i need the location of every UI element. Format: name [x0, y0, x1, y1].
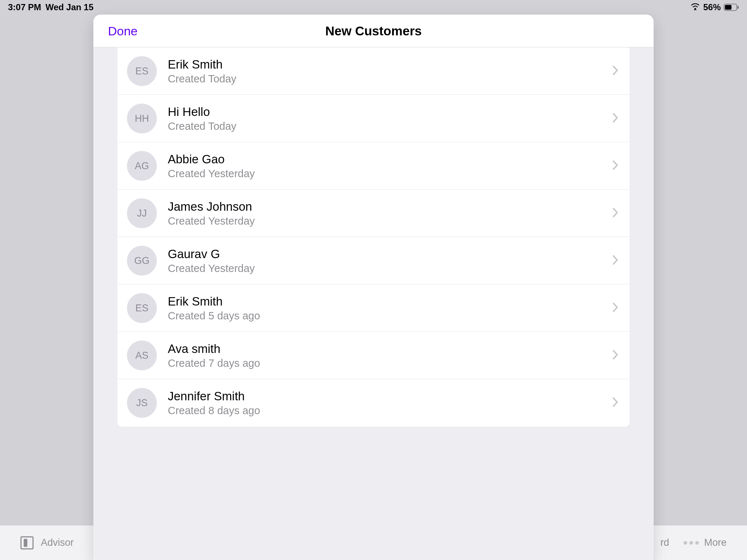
customer-created: Created Today	[168, 120, 612, 132]
customer-info: Erik SmithCreated 5 days ago	[168, 295, 612, 322]
modal-body: ESErik SmithCreated TodayHHHi HelloCreat…	[93, 47, 654, 560]
svg-rect-3	[738, 6, 739, 9]
battery-percent: 56%	[703, 2, 721, 12]
customer-created: Created Yesterday	[168, 168, 612, 180]
customer-row[interactable]: ESErik SmithCreated 5 days ago	[117, 284, 630, 332]
chevron-right-icon	[612, 302, 619, 314]
customer-info: Abbie GaoCreated Yesterday	[168, 152, 612, 180]
customer-row[interactable]: GGGaurav GCreated Yesterday	[117, 237, 630, 284]
customer-list: ESErik SmithCreated TodayHHHi HelloCreat…	[117, 47, 630, 427]
svg-point-0	[694, 8, 696, 9]
customer-info: Erik SmithCreated Today	[168, 58, 612, 85]
chevron-right-icon	[612, 160, 619, 172]
avatar: HH	[127, 104, 157, 133]
customer-row[interactable]: JJJames JohnsonCreated Yesterday	[117, 190, 630, 237]
more-label: More	[704, 537, 727, 548]
battery-icon	[724, 4, 739, 11]
avatar: AS	[127, 341, 157, 370]
customer-name: James Johnson	[168, 200, 612, 214]
customer-created: Created 7 days ago	[168, 357, 612, 369]
avatar: GG	[127, 246, 157, 276]
chevron-right-icon	[612, 112, 619, 125]
svg-rect-2	[725, 5, 732, 10]
customer-created: Created 8 days ago	[168, 405, 612, 417]
customer-info: Gaurav GCreated Yesterday	[168, 247, 612, 275]
status-right: 56%	[690, 2, 739, 12]
chevron-right-icon	[612, 349, 619, 362]
customer-name: Gaurav G	[168, 247, 612, 261]
customer-row[interactable]: AGAbbie GaoCreated Yesterday	[117, 142, 630, 190]
customer-row[interactable]: ESErik SmithCreated Today	[117, 47, 630, 95]
advisor-label: Advisor	[41, 537, 74, 548]
toolbar-more[interactable]: More	[684, 537, 727, 548]
avatar: JS	[127, 388, 157, 418]
status-date: Wed Jan 15	[46, 2, 94, 12]
status-left: 3:07 PM Wed Jan 15	[8, 2, 93, 12]
avatar: JJ	[127, 198, 157, 228]
toolbar-advisor[interactable]: Advisor	[20, 536, 74, 549]
customer-name: Erik Smith	[168, 295, 612, 308]
customer-name: Jennifer Smith	[168, 389, 612, 403]
status-bar: 3:07 PM Wed Jan 15 56%	[0, 0, 747, 15]
chevron-right-icon	[612, 254, 619, 267]
new-customers-modal: Done New Customers ESErik SmithCreated T…	[93, 15, 654, 560]
customer-info: James JohnsonCreated Yesterday	[168, 200, 612, 227]
customer-created: Created 5 days ago	[168, 310, 612, 322]
chevron-right-icon	[612, 397, 619, 409]
more-icon	[684, 541, 699, 545]
modal-header: Done New Customers	[93, 15, 654, 47]
done-button[interactable]: Done	[108, 24, 138, 38]
customer-info: Jennifer SmithCreated 8 days ago	[168, 389, 612, 417]
chevron-right-icon	[612, 207, 619, 219]
customer-info: Hi HelloCreated Today	[168, 105, 612, 132]
customer-row[interactable]: JSJennifer SmithCreated 8 days ago	[117, 379, 630, 427]
wifi-icon	[690, 2, 700, 12]
avatar: AG	[127, 151, 157, 181]
customer-row[interactable]: ASAva smithCreated 7 days ago	[117, 332, 630, 379]
customer-name: Abbie Gao	[168, 152, 612, 166]
customer-created: Created Yesterday	[168, 215, 612, 227]
toolbar-rd-suffix: rd	[660, 537, 669, 548]
avatar: ES	[127, 56, 157, 86]
customer-created: Created Today	[168, 73, 612, 85]
customer-name: Ava smith	[168, 342, 612, 356]
toolbar-right: rd More	[660, 537, 727, 548]
modal-title: New Customers	[325, 24, 422, 38]
customer-created: Created Yesterday	[168, 262, 612, 275]
chevron-right-icon	[612, 65, 619, 77]
advisor-icon	[20, 536, 34, 549]
status-time: 3:07 PM	[8, 2, 41, 12]
avatar: ES	[127, 293, 157, 323]
customer-info: Ava smithCreated 7 days ago	[168, 342, 612, 369]
customer-row[interactable]: HHHi HelloCreated Today	[117, 95, 630, 142]
customer-name: Hi Hello	[168, 105, 612, 119]
customer-name: Erik Smith	[168, 58, 612, 71]
